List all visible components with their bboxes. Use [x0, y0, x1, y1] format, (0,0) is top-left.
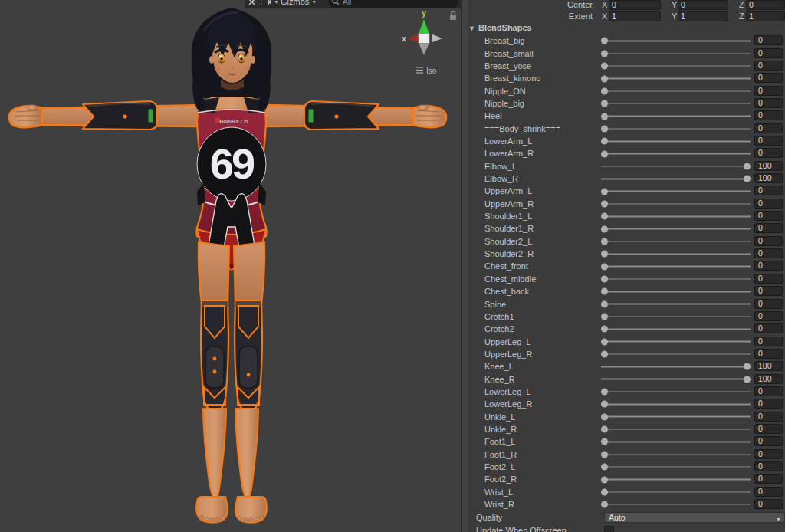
- slider-track[interactable]: [601, 442, 751, 443]
- slider-track[interactable]: [601, 329, 751, 330]
- slider-track[interactable]: [601, 78, 751, 80]
- blendshape-value-field[interactable]: 0: [754, 261, 783, 271]
- blendshape-slider[interactable]: [601, 426, 751, 433]
- blendshape-value-field[interactable]: 0: [754, 449, 783, 459]
- blendshape-value-field[interactable]: 0: [754, 311, 783, 321]
- slider-track[interactable]: [601, 416, 751, 418]
- blendshape-value-field[interactable]: 0: [754, 98, 783, 108]
- slider-knob[interactable]: [601, 263, 608, 270]
- slider-knob[interactable]: [601, 150, 608, 157]
- blendshape-value-field[interactable]: 0: [754, 61, 783, 71]
- slider-knob[interactable]: [601, 426, 608, 433]
- gizmos-dropdown-button[interactable]: Gizmos ▼: [281, 0, 317, 8]
- slider-track[interactable]: [601, 341, 751, 343]
- slider-track[interactable]: [601, 241, 751, 242]
- slider-knob[interactable]: [601, 451, 608, 458]
- slider-knob[interactable]: [601, 488, 608, 495]
- slider-knob[interactable]: [601, 138, 608, 145]
- blendshape-value-field[interactable]: 0: [754, 274, 783, 284]
- blendshape-value-field[interactable]: 0: [754, 73, 783, 83]
- blendshape-slider[interactable]: [601, 225, 751, 232]
- extent-z-field[interactable]: 1: [746, 11, 785, 21]
- blendshape-value-field[interactable]: 0: [754, 337, 783, 346]
- blendshape-value-field[interactable]: 0: [754, 436, 783, 446]
- slider-knob[interactable]: [601, 213, 608, 220]
- scene-view[interactable]: Bod/Ra Co. 69: [0, 0, 461, 532]
- blendshape-slider[interactable]: [601, 138, 751, 145]
- character-model[interactable]: Bod/Ra Co. 69: [0, 0, 461, 532]
- slider-track[interactable]: [601, 316, 751, 317]
- blendshapes-foldout[interactable]: ▼ BlendShapes: [462, 22, 785, 34]
- slider-track[interactable]: [601, 278, 751, 280]
- blendshape-value-field[interactable]: 0: [754, 286, 783, 296]
- blendshape-value-field[interactable]: 100: [754, 374, 783, 384]
- slider-knob[interactable]: [601, 75, 608, 82]
- axis-y-cone[interactable]: [419, 19, 429, 33]
- blendshape-slider[interactable]: [601, 163, 751, 169]
- blendshape-slider[interactable]: [601, 464, 751, 471]
- slider-track[interactable]: [601, 254, 751, 255]
- blendshape-value-field[interactable]: 100: [754, 173, 783, 183]
- blendshape-slider[interactable]: [601, 50, 751, 57]
- slider-knob[interactable]: [744, 363, 751, 370]
- blendshape-slider[interactable]: [601, 150, 751, 157]
- lock-icon[interactable]: [448, 10, 458, 21]
- close-icon[interactable]: [248, 0, 256, 8]
- slider-knob[interactable]: [601, 464, 608, 471]
- axis-x-cone[interactable]: [408, 34, 419, 43]
- slider-knob[interactable]: [601, 225, 608, 232]
- blendshape-value-field[interactable]: 0: [754, 48, 783, 58]
- slider-track[interactable]: [601, 53, 751, 54]
- axis-down-cone[interactable]: [419, 44, 429, 55]
- center-y-field[interactable]: 0: [678, 0, 728, 10]
- blendshape-value-field[interactable]: 0: [754, 499, 783, 509]
- blendshape-slider[interactable]: [601, 326, 751, 333]
- blendshape-slider[interactable]: [601, 251, 751, 258]
- slider-track[interactable]: [601, 41, 751, 42]
- blendshape-slider[interactable]: [601, 100, 751, 107]
- blendshape-slider[interactable]: [601, 213, 751, 220]
- blendshape-value-field[interactable]: 0: [754, 236, 783, 246]
- blendshape-value-field[interactable]: 0: [754, 199, 783, 209]
- blendshape-value-field[interactable]: 0: [754, 399, 783, 409]
- blendshape-slider[interactable]: [601, 476, 751, 483]
- slider-knob[interactable]: [601, 351, 608, 358]
- blendshape-value-field[interactable]: 0: [754, 211, 783, 221]
- slider-track[interactable]: [601, 203, 751, 205]
- slider-track[interactable]: [601, 504, 751, 505]
- slider-track[interactable]: [601, 103, 751, 104]
- slider-track[interactable]: [601, 429, 751, 430]
- blendshape-slider[interactable]: [601, 389, 751, 396]
- slider-knob[interactable]: [601, 50, 608, 57]
- blendshape-slider[interactable]: [601, 376, 751, 383]
- slider-knob[interactable]: [601, 438, 608, 445]
- slider-track[interactable]: [601, 153, 751, 155]
- blendshape-slider[interactable]: [601, 200, 751, 207]
- blendshape-slider[interactable]: [601, 363, 751, 370]
- slider-knob[interactable]: [601, 200, 608, 207]
- slider-track[interactable]: [601, 228, 751, 230]
- blendshape-value-field[interactable]: 0: [754, 424, 783, 434]
- slider-knob[interactable]: [601, 63, 608, 70]
- blendshape-value-field[interactable]: 0: [754, 110, 783, 120]
- blendshape-value-field[interactable]: 0: [754, 349, 783, 359]
- slider-knob[interactable]: [601, 113, 608, 120]
- slider-track[interactable]: [601, 454, 751, 455]
- slider-knob[interactable]: [744, 163, 751, 169]
- slider-knob[interactable]: [601, 389, 608, 396]
- blendshape-slider[interactable]: [601, 488, 751, 495]
- blendshape-slider[interactable]: [601, 401, 751, 408]
- slider-track[interactable]: [601, 65, 751, 67]
- blendshape-value-field[interactable]: 100: [754, 161, 783, 171]
- blendshape-value-field[interactable]: 0: [754, 461, 783, 471]
- slider-track[interactable]: [601, 90, 751, 92]
- blendshape-slider[interactable]: [601, 263, 751, 270]
- slider-track[interactable]: [601, 215, 751, 217]
- slider-track[interactable]: [601, 128, 751, 130]
- blendshape-value-field[interactable]: 0: [754, 148, 783, 158]
- blendshape-value-field[interactable]: 0: [754, 35, 783, 45]
- slider-track[interactable]: [601, 379, 751, 380]
- slider-track[interactable]: [601, 479, 751, 481]
- slider-track[interactable]: [601, 304, 751, 305]
- slider-knob[interactable]: [601, 338, 608, 345]
